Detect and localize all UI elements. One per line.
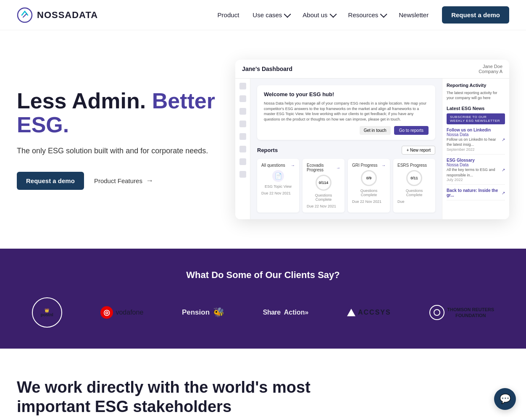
nav-resources[interactable]: Resources	[348, 11, 386, 18]
welcome-title: Welcome to your ESG hub!	[264, 90, 429, 99]
welcome-card: Welcome to your ESG hub! Nossa Data help…	[257, 85, 435, 140]
welcome-actions: Get in touch Go to reports	[264, 126, 429, 135]
go-to-reports-button[interactable]: Go to reports	[394, 126, 429, 135]
clients-title: What Do Some of Our Clients Say?	[17, 270, 509, 281]
dashboard-title: Jane's Dashboard	[242, 66, 292, 72]
card-title: All questions →	[261, 163, 295, 168]
get-in-touch-button[interactable]: Get in touch	[360, 126, 391, 135]
nav-links: Product Use cases About us Resources New…	[218, 6, 509, 24]
dashboard-body: Welcome to your ESG hub! Nossa Data help…	[235, 79, 509, 220]
new-report-button[interactable]: + New report	[402, 146, 435, 155]
chat-icon: 💬	[500, 394, 511, 404]
card-all-questions: All questions → 📄 ESG Topic View Due 22 …	[257, 159, 299, 213]
card-title: Ecovadis Progress →	[307, 163, 340, 172]
postnl-logo: 👑 postnl	[32, 297, 62, 328]
hero-demo-button[interactable]: Request a demo	[17, 172, 84, 190]
card-title: GRI Progress →	[352, 163, 386, 168]
reporting-activity-title: Reporting Activity	[447, 83, 505, 88]
hero-content: Less Admin. Better ESG. The only ESG sol…	[17, 89, 218, 190]
chevron-down-icon	[329, 10, 337, 18]
external-link-icon: ↗	[502, 168, 505, 172]
vodafone-icon: ◎	[100, 306, 113, 319]
hero-features-link[interactable]: Product Features →	[94, 176, 153, 185]
shareaction-logo: ShareAction»	[263, 309, 309, 316]
hero-actions: Request a demo Product Features →	[17, 172, 218, 190]
accsys-triangle-icon	[347, 309, 355, 316]
nav-use-cases[interactable]: Use cases	[252, 11, 289, 18]
dashboard-right-panel: Reporting Activity The latest reporting …	[442, 79, 509, 220]
accsys-logo: ACCSYS	[347, 309, 391, 316]
navigation: NOSSADATA Product Use cases About us Res…	[0, 0, 526, 30]
pensionbee-logo: Pension 🐝	[182, 307, 224, 318]
user-info: Jane Doe Company A	[479, 64, 502, 74]
external-link-icon: ↗	[502, 191, 505, 195]
nav-about-us[interactable]: About us	[302, 11, 334, 18]
sidebar-refresh-icon	[239, 121, 246, 127]
reporting-activity-text: The latest reporting activity for your c…	[447, 90, 505, 101]
vodafone-logo: ◎ vodafone	[100, 306, 143, 319]
reports-title: Reports	[257, 147, 278, 153]
report-cards: All questions → 📄 ESG Topic View Due 22 …	[257, 159, 435, 213]
sidebar-data-icon	[239, 108, 246, 115]
hero-section: Less Admin. Better ESG. The only ESG sol…	[0, 30, 526, 249]
dashboard-main: Welcome to your ESG hub! Nossa Data help…	[250, 79, 442, 220]
stakeholders-section: We work directly with the world's most i…	[0, 349, 526, 420]
esg-news-section: Latest ESG News SUBSCRIBE TO OUR WEEKLY …	[447, 106, 505, 200]
thomson-reuters-logo: THOMSON REUTERSFOUNDATION	[429, 305, 494, 320]
welcome-text: Nossa Data helps you manage all of your …	[264, 101, 429, 122]
card-title: ESRS Progress	[397, 163, 431, 168]
sidebar-archive-icon	[239, 171, 246, 178]
subscribe-label[interactable]: SUBSCRIBE TO OUR WEEKLY ESG NEWSLETTER	[447, 113, 505, 124]
card-gri: GRI Progress → 0/9 Questions Complete Du…	[348, 159, 390, 213]
sidebar-chart-icon	[239, 146, 246, 152]
dashboard-header: Jane's Dashboard Jane Doe Company A	[235, 60, 509, 79]
dashboard-preview: Jane's Dashboard Jane Doe Company A	[235, 60, 509, 220]
nav-product[interactable]: Product	[218, 11, 239, 18]
progress-circle: 0/9	[361, 170, 377, 186]
thomson-circle-icon	[429, 305, 444, 320]
sidebar-report-icon	[239, 95, 246, 102]
card-esrs: ESRS Progress 0/11 Questions Complete Du…	[393, 159, 435, 213]
chat-button[interactable]: 💬	[494, 388, 516, 410]
clients-section: What Do Some of Our Clients Say? 👑 postn…	[0, 249, 526, 349]
stakeholders-title: We work directly with the world's most i…	[17, 378, 311, 416]
nav-newsletter[interactable]: Newsletter	[399, 11, 429, 18]
sidebar-grid-icon	[239, 133, 246, 140]
esg-topic-icon: 📄	[272, 170, 284, 182]
clients-logos: 👑 postnl ◎ vodafone Pension 🐝 ShareActio…	[17, 297, 509, 328]
hero-subtitle: The only ESG solution built with and for…	[17, 145, 218, 157]
sidebar-settings-icon	[239, 158, 246, 165]
arrow-right-icon: →	[146, 176, 153, 185]
dashboard-sidebar	[235, 79, 250, 220]
nav-request-demo-button[interactable]: Request a demo	[442, 6, 509, 24]
reports-header: Reports + New report	[257, 146, 435, 155]
glossary-link[interactable]: ESG Glossary Nossa Data All the key term…	[447, 158, 505, 185]
linkedin-link[interactable]: Follow us on Linkedin Nossa Data Follow …	[447, 128, 505, 155]
sidebar-home-icon	[239, 83, 246, 89]
logo-icon	[17, 7, 33, 23]
logo-text: NOSSADATA	[37, 10, 98, 21]
nature-link[interactable]: Back to nature: Inside the gr... ↗	[447, 188, 505, 200]
esg-news-title: Latest ESG News	[447, 106, 505, 111]
hero-title: Less Admin. Better ESG.	[17, 89, 218, 137]
chevron-down-icon	[284, 10, 291, 18]
card-ecovadis: Ecovadis Progress → 0/114 Questions Comp…	[302, 159, 345, 213]
dashboard-mockup: Jane's Dashboard Jane Doe Company A	[235, 60, 509, 220]
progress-circle: 0/11	[406, 170, 422, 186]
chevron-down-icon	[380, 10, 387, 18]
logo-link[interactable]: NOSSADATA	[17, 7, 98, 23]
progress-circle: 0/114	[316, 175, 331, 191]
reporting-activity-section: Reporting Activity The latest reporting …	[447, 83, 505, 101]
external-link-icon: ↗	[502, 137, 505, 142]
